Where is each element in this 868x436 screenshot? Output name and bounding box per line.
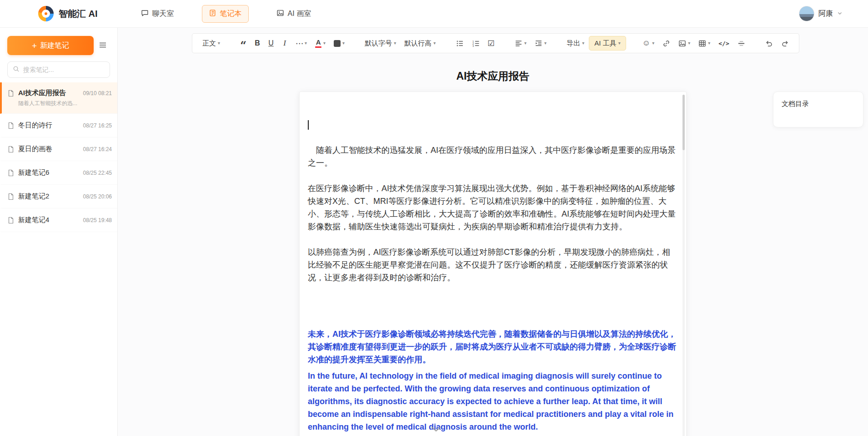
ordered-list-button[interactable]: 123 <box>468 36 483 51</box>
search-icon <box>13 66 20 74</box>
nav-item-notebook[interactable]: 笔记本 <box>202 5 249 23</box>
redo-button[interactable] <box>778 36 793 51</box>
italic-button[interactable]: I <box>278 36 291 51</box>
align-dropdown[interactable]: ▾ <box>511 36 530 51</box>
note-date: 08/25 22:45 <box>83 170 112 176</box>
font-color-icon: A <box>315 39 321 48</box>
collapse-sidebar-button[interactable] <box>95 38 110 53</box>
user-name: 阿康 <box>818 9 833 19</box>
notes-sidebar: + 新建笔记 AI技术应用报告 09/10 08:21 随着人工智能技术的迅..… <box>0 28 118 436</box>
editor-toolbar: 正文 ▾ “ B U I ⋯ ▾ A ▾ ▾ <box>192 33 799 53</box>
image-dropdown[interactable]: ▾ <box>675 36 694 51</box>
font-color-letter: A <box>316 39 321 46</box>
chevron-down-icon: ▾ <box>652 41 654 46</box>
note-title: 夏日的画卷 <box>18 145 80 153</box>
link-icon <box>662 40 670 47</box>
document-icon <box>7 146 15 153</box>
code-button[interactable]: </> <box>715 36 733 51</box>
editor-scrollbar-thumb[interactable] <box>682 95 685 150</box>
art-icon <box>276 9 284 19</box>
document-outline-panel[interactable]: 文档目录 <box>773 91 863 127</box>
note-title: AI技术应用报告 <box>18 89 80 97</box>
bold-button[interactable]: B <box>251 36 264 51</box>
export-label: 导出 <box>567 39 580 48</box>
font-color-dropdown[interactable]: A ▾ <box>311 36 329 51</box>
font-size-label: 默认字号 <box>365 39 392 48</box>
app-name: 智能汇 AI <box>59 8 98 20</box>
more-icon: ⋯ <box>296 39 303 48</box>
text-cursor <box>308 118 678 131</box>
align-icon <box>515 40 522 47</box>
sidebar-actions: + 新建笔记 <box>0 28 117 59</box>
chevron-down-icon: ▾ <box>544 41 547 46</box>
paragraph-highlighted-en[interactable]: In the future, AI technology in the fiel… <box>308 370 678 433</box>
paragraph[interactable]: 以肺癌筛查为例，AI医疗影像诊断系统可以通过对肺部CT影像的分析，早期发现微小的… <box>308 246 678 284</box>
note-date: 09/10 08:21 <box>83 90 112 96</box>
blockquote-button[interactable]: “ <box>236 36 250 51</box>
note-list-item[interactable]: 新建笔记4 08/25 19:48 <box>0 208 117 232</box>
top-bar: 智能汇 AI 聊天室 笔记本 AI 画室 阿康 <box>0 0 868 28</box>
search-input[interactable] <box>23 66 105 73</box>
chat-icon <box>141 9 149 19</box>
ai-tools-dropdown[interactable]: AI 工具 ▾ <box>589 36 626 51</box>
chevron-down-icon: ▾ <box>618 41 621 46</box>
empty-lines <box>308 297 678 328</box>
user-menu[interactable]: 阿康 <box>799 6 843 21</box>
horizontal-rule-button[interactable] <box>734 36 749 51</box>
highlight-color-dropdown[interactable]: ▾ <box>330 36 348 51</box>
app-logo-icon <box>38 6 54 21</box>
paragraph[interactable]: 在医疗影像诊断中，AI技术凭借深度学习算法展现出强大优势。例如，基于卷积神经网络… <box>308 182 678 233</box>
emoji-dropdown[interactable]: ☺ ▾ <box>639 36 658 51</box>
document-icon <box>7 217 15 224</box>
chevron-down-icon: ▾ <box>708 41 710 46</box>
note-date: 08/27 16:24 <box>83 146 112 152</box>
editor-page[interactable]: 随着人工智能技术的迅猛发展，AI在医疗领域的应用日益深入，其中医疗影像诊断是重要… <box>299 91 687 436</box>
nav-item-chatroom[interactable]: 聊天室 <box>134 5 181 23</box>
menu-icon <box>99 41 107 51</box>
line-height-dropdown[interactable]: 默认行高 ▾ <box>401 36 439 51</box>
main-nav: 聊天室 笔记本 AI 画室 <box>134 5 318 23</box>
note-date: 08/25 19:48 <box>83 217 112 223</box>
paragraph-style-dropdown[interactable]: 正文 ▾ <box>199 36 224 51</box>
link-button[interactable] <box>659 36 674 51</box>
brand: 智能汇 AI <box>38 6 98 21</box>
bullet-list-button[interactable] <box>452 36 467 51</box>
note-list-item[interactable]: 夏日的画卷 08/27 16:24 <box>0 137 117 161</box>
nav-item-ai-studio[interactable]: AI 画室 <box>270 5 318 23</box>
italic-icon: I <box>283 39 286 48</box>
indent-dropdown[interactable]: ▾ <box>531 36 550 51</box>
chevron-down-icon: ▾ <box>323 41 326 46</box>
note-list-item[interactable]: 新建笔记2 08/25 20:06 <box>0 185 117 208</box>
note-title: 新建笔记2 <box>18 192 80 201</box>
export-dropdown[interactable]: 导出 ▾ <box>563 36 588 51</box>
paragraph-highlighted[interactable]: 未来，AI技术于医疗影像诊断领域必将持续迭代完善，随着数据储备的与日俱增以及算法… <box>308 328 678 366</box>
underline-button[interactable]: U <box>265 36 277 51</box>
note-title: 新建笔记4 <box>18 216 80 224</box>
outline-title: 文档目录 <box>782 100 855 108</box>
table-dropdown[interactable]: ▾ <box>695 36 714 51</box>
note-date: 08/25 20:06 <box>83 193 112 200</box>
checklist-button[interactable]: ☑ <box>484 36 498 51</box>
more-format-dropdown[interactable]: ⋯ ▾ <box>292 36 311 51</box>
notebook-icon <box>209 9 216 19</box>
new-note-button[interactable]: + 新建笔记 <box>7 36 94 55</box>
font-size-dropdown[interactable]: 默认字号 ▾ <box>361 36 400 51</box>
redo-icon <box>781 40 789 47</box>
emoji-icon: ☺ <box>642 39 650 48</box>
nav-label: 笔记本 <box>220 9 242 19</box>
note-list-item[interactable]: 新建笔记6 08/25 22:45 <box>0 161 117 185</box>
note-list-item[interactable]: 冬日的诗行 08/27 16:25 <box>0 114 117 137</box>
new-note-label: 新建笔记 <box>40 41 69 51</box>
note-list-item[interactable]: AI技术应用报告 09/10 08:21 随着人工智能技术的迅... <box>0 82 117 114</box>
document-content: 随着人工智能技术的迅猛发展，AI在医疗领域的应用日益深入，其中医疗影像诊断是重要… <box>308 118 678 433</box>
note-preview: 随着人工智能技术的迅... <box>18 100 112 107</box>
scroll-down-hint[interactable] <box>430 426 442 434</box>
undo-button[interactable] <box>762 36 777 51</box>
chevron-down-icon: ▾ <box>394 41 396 46</box>
image-icon <box>678 40 686 47</box>
paragraph[interactable]: 随着人工智能技术的迅猛发展，AI在医疗领域的应用日益深入，其中医疗影像诊断是重要… <box>308 144 678 169</box>
font-color-swatch <box>315 46 321 48</box>
undo-icon <box>765 40 773 47</box>
horizontal-rule-icon <box>738 40 745 47</box>
chevron-down-icon: ▾ <box>218 41 220 46</box>
